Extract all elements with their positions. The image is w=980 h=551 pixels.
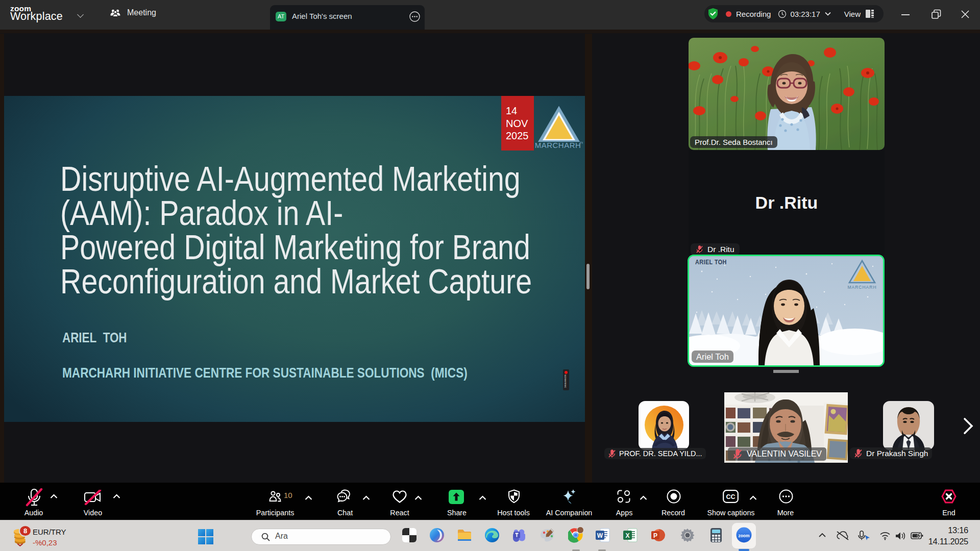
svg-text:TM: TM xyxy=(580,141,583,144)
svg-text:CC: CC xyxy=(726,493,735,500)
svg-text:W: W xyxy=(597,532,603,539)
svg-text:P: P xyxy=(653,532,657,539)
svg-text:zoom: zoom xyxy=(738,533,750,538)
svg-text:MARCHARH: MARCHARH xyxy=(535,141,581,149)
svg-text:MARCHARH: MARCHARH xyxy=(847,285,876,290)
svg-text:X: X xyxy=(625,532,629,539)
